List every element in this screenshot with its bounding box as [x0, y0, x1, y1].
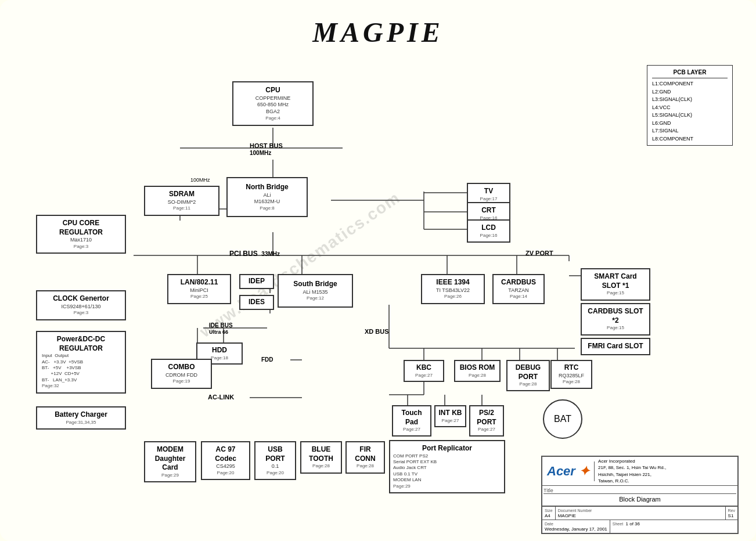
kbc-page: Page:27	[407, 373, 441, 378]
combo-page: Page:19	[155, 378, 208, 384]
ides-block: IDES	[239, 295, 274, 310]
cardbus-slot2-page: Page:15	[585, 325, 646, 331]
cpu-core-reg-page: Page:3	[42, 244, 120, 250]
usb-label: USB PORT	[258, 445, 292, 463]
sdram-block: SDRAM SO-DIMM*2 Page:11	[144, 186, 219, 216]
ieee1394-block: IEEE 1394 TI TSB43LV22 Page:26	[421, 274, 485, 304]
bluetooth-label: BLUE TOOTH	[304, 445, 338, 463]
cpu-sub2: 650-850 MHz	[237, 102, 309, 109]
int-kb-label: INT KB	[438, 409, 463, 418]
rtc-page: Page:28	[554, 379, 589, 385]
pci-bus-label: PCI BUS 33MHz	[229, 250, 280, 258]
fir-page: Page:28	[350, 463, 381, 469]
bios-rom-block: BIOS ROM Page:28	[454, 360, 501, 382]
pcb-layer-box: PCB LAYER L1:COMPONENT L2:GND L3:SIGNAL(…	[647, 65, 733, 146]
fmri-label: FMRI Card SLOT	[585, 342, 646, 351]
debug-port-block: DEBUG PORT Page:28	[506, 360, 550, 391]
bluetooth-block: BLUE TOOTH Page:28	[300, 441, 342, 474]
tv-label: TV	[471, 187, 506, 196]
sb-sub: ALi M1535	[283, 289, 347, 296]
ac97-block: AC 97 Codec CS4295 Page:20	[201, 441, 250, 480]
combo-sub: CDROM FDD	[155, 372, 208, 379]
pcb-layer-l1: L1:COMPONENT	[652, 80, 728, 88]
clock-page: Page:3	[42, 310, 120, 316]
port-replicator-block: Port Replicator COM PORT PS2 Serial PORT…	[389, 440, 505, 493]
ieee-sub: TI TSB43LV22	[425, 287, 481, 294]
ps2-page: Page:27	[473, 427, 501, 432]
fir-label: FIR CONN	[350, 445, 381, 463]
clock-sub: ICS9248+61/130	[42, 304, 120, 311]
cpu-block: CPU COPPERMINE 650-850 MHz BGA2 Page:4	[232, 81, 314, 126]
int-kb-page: Page:27	[438, 418, 463, 424]
xd-bus-label: XD BUS	[365, 328, 389, 335]
int-kb-block: INT KB Page:27	[434, 405, 466, 427]
cpu-core-reg-label: CPU CORE REGULATOR	[42, 219, 120, 237]
sdram-label: SDRAM	[148, 190, 215, 199]
lcd-block: LCD Page:16	[467, 219, 510, 243]
lan-label: LAN/802.11	[171, 278, 227, 287]
pcb-layer-header: PCB LAYER	[652, 68, 728, 78]
battery-label: Battery Charger	[42, 410, 120, 420]
footer-doc-number: Document Number MAGPIE	[556, 507, 726, 520]
zv-port-label: ZV PORT	[525, 250, 553, 257]
ac97-label: AC 97 Codec	[205, 445, 246, 463]
debug-page: Page:28	[510, 381, 546, 387]
fdd-label: FDD	[261, 356, 273, 363]
clock-label: CLOCK Genertor	[42, 294, 120, 304]
modem-label: MODEM Daughter Card	[148, 445, 192, 473]
cardbus-slot2-block: CARDBUS SLOT *2 Page:15	[581, 303, 650, 336]
smart-card-label: SMART Card SLOT *1	[585, 272, 646, 290]
smart-card-page: Page:15	[585, 290, 646, 296]
ac97-sub: CS4295	[205, 463, 246, 470]
touch-pad-page: Page:27	[395, 427, 428, 432]
crt-label: CRT	[471, 206, 506, 215]
modem-page: Page:29	[148, 473, 192, 478]
tv-page: Page:17	[471, 196, 506, 202]
footer-sheet: Sheet 1 of 36	[610, 520, 642, 533]
usb-sub: 0.1	[258, 463, 292, 470]
rtc-label: RTC	[554, 363, 589, 373]
ac97-page: Page:20	[205, 470, 246, 476]
bat-block: BAT	[543, 399, 582, 439]
north-bridge-block: North Bridge ALi M1632M-U Page:8	[226, 177, 308, 217]
sb-page: Page:12	[283, 295, 347, 301]
nb-label: North Bridge	[232, 183, 302, 192]
ieee-page: Page:26	[425, 294, 481, 300]
footer-rev: Rev S1	[726, 507, 737, 520]
debug-label: DEBUG PORT	[510, 363, 546, 381]
cpu-core-reg-sub: Max1710	[42, 237, 120, 244]
combo-label: COMBO	[155, 363, 208, 372]
idep-label: IDEP	[242, 277, 271, 286]
clock-block: CLOCK Genertor ICS9248+61/130 Page:3	[36, 290, 126, 320]
cardbus-sub: TARZAN	[496, 287, 541, 294]
battery-page: Page:31,34,35	[42, 420, 120, 425]
power-dc-block: Power&DC-DC REGULATOR Input Output AC- +…	[36, 331, 126, 394]
port-rep-label: Port Replicator	[393, 444, 501, 453]
footer-date-row: Date Wednesday, January 17, 2001 Sheet 1…	[542, 520, 737, 533]
battery-charger-block: Battery Charger Page:31,34,35	[36, 406, 126, 430]
ps2-port-block: PS/2 PORT Page:27	[469, 405, 504, 437]
host-bus-label: HOST BUS 100MHz	[250, 142, 283, 156]
lcd-label: LCD	[471, 223, 506, 233]
nb-sub2: M1632M-U	[232, 199, 302, 205]
rtc-sub: RQ3285LF	[554, 373, 589, 380]
cardbus-label: CARDBUS	[496, 278, 541, 287]
cpu-label: CPU	[237, 86, 309, 95]
cardbus-block: CARDBUS TARZAN Page:14	[492, 274, 545, 304]
bluetooth-page: Page:28	[304, 463, 338, 469]
footer-title-section: Title Block Diagram	[542, 486, 737, 506]
pcb-layer-l3: L3:SIGNAL(CLK)	[652, 96, 728, 104]
footer-date: Date Wednesday, January 17, 2001	[542, 520, 610, 533]
kbc-label: KBC	[407, 363, 441, 373]
smart-card-block: SMART Card SLOT *1 Page:15	[581, 268, 650, 301]
modem-block: MODEM Daughter Card Page:29	[144, 441, 196, 482]
fir-block: FIR CONN Page:28	[345, 441, 385, 474]
ieee-label: IEEE 1394	[425, 278, 481, 287]
nb-sub: ALi	[232, 192, 302, 199]
cardbus-page: Page:14	[496, 294, 541, 300]
acer-logo: Acer ✦	[542, 461, 595, 481]
pcb-layer-l5: L5:SIGNAL(CLK)	[652, 111, 728, 120]
footer-diagram-title: Block Diagram	[543, 493, 736, 504]
acer-info: Acer Incorporated 21F, 88, Sec. 1, Hsin …	[595, 457, 669, 485]
bios-page: Page:28	[458, 373, 497, 378]
